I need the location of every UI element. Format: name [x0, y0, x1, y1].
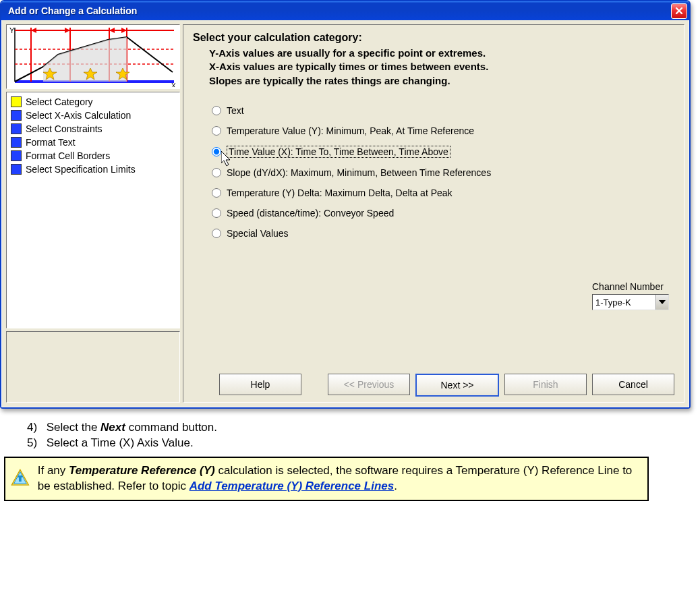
- radio-input[interactable]: [212, 126, 221, 136]
- svg-marker-22: [659, 300, 666, 304]
- next-button[interactable]: Next >>: [415, 374, 499, 397]
- radio-input[interactable]: [212, 168, 221, 177]
- instruction-step: 4) Select the Next command button.: [27, 421, 700, 434]
- titlebar: Add or Change a Calculation: [1, 1, 689, 20]
- step-swatch-icon: [11, 137, 22, 148]
- window-title: Add or Change a Calculation: [8, 5, 671, 16]
- instruction-list: 4) Select the Next command button. 5) Se…: [27, 421, 700, 450]
- radio-label: Text: [227, 105, 244, 116]
- radio-input[interactable]: [212, 147, 221, 156]
- step-number: 4): [27, 421, 43, 434]
- sidebar-info-box: [6, 331, 180, 403]
- wizard-step[interactable]: Select Specification Limits: [9, 163, 177, 176]
- finish-button[interactable]: Finish: [504, 374, 587, 395]
- note-link[interactable]: Add Temperature (Y) Reference Lines: [189, 480, 395, 492]
- tip-icon: [11, 463, 30, 493]
- step-text: Select the Next command button.: [47, 421, 217, 434]
- note-text: If any Temperature Reference (Y) calcula…: [38, 463, 641, 494]
- step-swatch-icon: [11, 123, 22, 134]
- radio-label: Time Value (X): Time To, Time Between, T…: [227, 146, 450, 158]
- svg-text:X: X: [171, 82, 176, 87]
- radio-input[interactable]: [212, 188, 221, 198]
- panel-heading: Select your calculation category:: [193, 32, 674, 44]
- wizard-step[interactable]: Select Category: [9, 95, 177, 109]
- step-label: Select Specification Limits: [26, 164, 136, 175]
- panel-subtext: X-Axis values are typically times or tim…: [209, 60, 674, 74]
- cancel-button[interactable]: Cancel: [592, 374, 674, 395]
- panel-subtext: Slopes are typically the rates things ar…: [209, 74, 674, 88]
- wizard-button-row: Help << Previous Next >> Finish Cancel: [193, 368, 674, 397]
- radio-temperature-value[interactable]: Temperature Value (Y): Minimum, Peak, At…: [212, 125, 674, 136]
- step-label: Format Text: [26, 137, 76, 148]
- wizard-step[interactable]: Select Constraints: [9, 122, 177, 136]
- channel-dropdown[interactable]: 1-Type-K: [592, 294, 669, 310]
- radio-time-value[interactable]: Time Value (X): Time To, Time Between, T…: [212, 146, 674, 158]
- dropdown-value: 1-Type-K: [593, 297, 655, 308]
- note-callout: If any Temperature Reference (Y) calcula…: [4, 457, 649, 501]
- category-radio-group: Text Temperature Value (Y): Minimum, Pea…: [212, 105, 674, 248]
- radio-special[interactable]: Special Values: [212, 228, 674, 239]
- preview-thumbnail: Y X: [6, 24, 180, 89]
- radio-temperature-delta[interactable]: Temperature (Y) Delta: Maximum Delta, De…: [212, 187, 674, 198]
- step-swatch-icon: [11, 110, 22, 121]
- step-label: Select X-Axis Calculation: [26, 110, 131, 121]
- radio-label: Temperature (Y) Delta: Maximum Delta, De…: [227, 187, 453, 198]
- step-swatch-icon: [11, 164, 22, 175]
- radio-label: Special Values: [227, 228, 289, 239]
- panel-subtext: Y-Axis values are usually for a specific…: [209, 47, 674, 60]
- radio-slope[interactable]: Slope (dY/dX): Maximum, Minimum, Between…: [212, 167, 674, 178]
- previous-button[interactable]: << Previous: [328, 374, 410, 395]
- preview-graphic-icon: Y X: [7, 25, 179, 87]
- radio-label: Speed (distance/time): Conveyor Speed: [227, 208, 394, 219]
- dialog-window: Add or Change a Calculation Y X: [0, 0, 691, 409]
- svg-rect-26: [18, 475, 23, 478]
- help-button[interactable]: Help: [219, 374, 301, 395]
- instruction-step: 5) Select a Time (X) Axis Value.: [27, 436, 700, 450]
- sidebar: Y X: [6, 24, 180, 403]
- channel-number-field: Channel Number 1-Type-K: [592, 281, 669, 310]
- radio-label: Slope (dY/dX): Maximum, Minimum, Between…: [227, 167, 491, 178]
- svg-text:Y: Y: [9, 26, 15, 34]
- step-label: Format Cell Borders: [26, 150, 110, 161]
- main-panel: Select your calculation category: Y-Axis…: [183, 24, 684, 403]
- step-text: Select a Time (X) Axis Value.: [47, 436, 194, 449]
- chevron-down-icon: [655, 295, 668, 310]
- wizard-step[interactable]: Format Text: [9, 136, 177, 149]
- close-button[interactable]: [671, 3, 687, 19]
- radio-input[interactable]: [212, 106, 221, 115]
- radio-text[interactable]: Text: [212, 105, 674, 116]
- wizard-step[interactable]: Select X-Axis Calculation: [9, 109, 177, 122]
- wizard-step[interactable]: Format Cell Borders: [9, 149, 177, 163]
- close-icon: [675, 7, 683, 15]
- step-label: Select Category: [26, 96, 93, 107]
- wizard-steps: Select Category Select X-Axis Calculatio…: [6, 92, 180, 328]
- step-swatch-icon: [11, 96, 22, 107]
- step-label: Select Constraints: [26, 123, 103, 134]
- channel-label: Channel Number: [592, 281, 669, 292]
- radio-input[interactable]: [212, 229, 221, 238]
- client-area: Y X: [1, 20, 689, 407]
- radio-input[interactable]: [212, 208, 221, 218]
- step-number: 5): [27, 436, 43, 450]
- radio-label: Temperature Value (Y): Minimum, Peak, At…: [227, 125, 474, 136]
- step-swatch-icon: [11, 150, 22, 161]
- radio-speed[interactable]: Speed (distance/time): Conveyor Speed: [212, 208, 674, 219]
